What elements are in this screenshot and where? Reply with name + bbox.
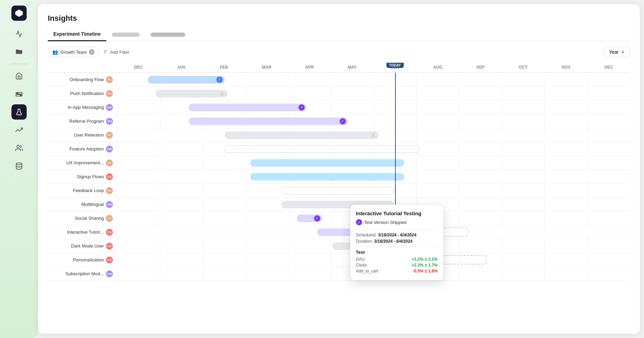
- month-aug: AUG: [417, 63, 459, 72]
- month-sep: SEP: [459, 63, 502, 72]
- tab-pill-1[interactable]: [106, 30, 145, 41]
- today-line: [395, 114, 396, 128]
- sidebar: [0, 0, 38, 338]
- row-label-text: Onboarding Flow: [70, 77, 104, 82]
- row-label: Onboarding FlowTC: [48, 76, 117, 83]
- row-label: Signup FlowsCS: [48, 173, 117, 180]
- row-label: UX Improvement...TC: [48, 159, 117, 166]
- row-label: Interactive Tutori...CS: [48, 229, 117, 236]
- avatar-badge: CS: [106, 257, 113, 263]
- metric-value: +2.3% ± 1.7%: [412, 263, 438, 268]
- tooltip-scheduled: Scheduled:3/18/2024 - 6/4/2024: [356, 233, 438, 237]
- timeline-row: Feature AdoptionVM: [48, 142, 630, 156]
- tooltip-metrics-title: Test: [356, 250, 438, 255]
- year-label: Year: [609, 49, 619, 55]
- gantt-row-area: [117, 156, 630, 170]
- timeline-row: Onboarding FlowTC✓: [48, 73, 630, 87]
- row-label: Feature AdoptionVM: [48, 146, 117, 153]
- gantt-bar: ✓: [148, 76, 225, 84]
- gantt-row-area: ✓: [117, 114, 630, 128]
- sidebar-icon-database[interactable]: [11, 158, 27, 174]
- sidebar-icon-toggle[interactable]: [11, 86, 27, 102]
- gantt-bar: ⚠: [155, 90, 227, 97]
- gantt-bar: [225, 145, 420, 153]
- row-label-text: Referral Program: [69, 119, 104, 124]
- year-dropdown[interactable]: Year: [604, 47, 630, 57]
- svg-point-4: [20, 95, 21, 96]
- avatar-badge: VM: [106, 270, 113, 277]
- avatar-badge: VM: [106, 201, 113, 208]
- bar-icon-check-purple: ✓: [314, 215, 320, 222]
- timeline-row: Subscription Mod...VM✓: [48, 267, 630, 281]
- tooltip-status-text: Test Version Shipped: [364, 220, 406, 225]
- svg-marker-0: [15, 9, 23, 17]
- tooltip-title: Interactive Tutorial Testing: [356, 210, 438, 216]
- tab-experiment-timeline[interactable]: Experiment Timeline: [48, 28, 106, 41]
- gantt-bar: ✓: [189, 104, 307, 111]
- timeline-row: UX Improvement...TC: [48, 156, 630, 170]
- sidebar-icon-users[interactable]: [11, 140, 27, 156]
- filter-chip-growth-team[interactable]: 👥 Growth Team ✕: [48, 47, 99, 57]
- avatar-badge: CS: [106, 229, 113, 236]
- today-line: [395, 156, 396, 170]
- month-header: DEC JAN FEB MAR APR MAY JUN TODAY AUG SE…: [48, 63, 630, 73]
- timeline-row: Signup FlowsCS: [48, 170, 630, 184]
- row-label: Dark Mode UserCS: [48, 243, 117, 250]
- metric-value: -0.5% ± 1.8%: [413, 269, 438, 274]
- bar-icon-warn: ⚠: [370, 132, 377, 138]
- today-line: [395, 142, 396, 156]
- tab-pill-2[interactable]: [145, 30, 191, 41]
- filter-label: Growth Team: [60, 50, 87, 55]
- add-filter-button[interactable]: Add Filter: [103, 50, 129, 55]
- month-oct: OCT: [502, 63, 545, 72]
- month-dec-2: DEC: [588, 63, 630, 72]
- experiment-tooltip: Interactive Tutorial Testing ✓ Test Vers…: [350, 205, 444, 280]
- sidebar-icon-flask[interactable]: [11, 104, 27, 120]
- gantt-bar: [281, 187, 394, 194]
- sidebar-icon-chart[interactable]: [11, 26, 27, 42]
- sidebar-icon-folder[interactable]: [11, 44, 27, 60]
- gantt-row-area: ⚠: [117, 87, 630, 100]
- timeline-row: Dark Mode UserCS⚠: [48, 239, 630, 253]
- metric-row: Clicks +2.3% ± 1.7%: [356, 263, 438, 268]
- sidebar-icon-trend[interactable]: [11, 122, 27, 138]
- bar-icon-check-blue: ✓: [216, 77, 223, 83]
- filter-icon: 👥: [52, 49, 58, 55]
- gantt-bar: ⚠: [225, 131, 379, 139]
- timeline-row: Interactive Tutori...CS✓: [48, 225, 630, 239]
- tooltip-status-icon: ✓: [356, 219, 362, 225]
- timeline-container: DEC JAN FEB MAR APR MAY JUN TODAY AUG SE…: [48, 63, 630, 334]
- row-label: Social SharingTC: [48, 215, 117, 222]
- sidebar-icon-home[interactable]: [11, 68, 27, 84]
- tooltip-dates: Scheduled:3/18/2024 - 6/4/2024 Duration:…: [356, 229, 438, 244]
- gantt-row-area: ✓: [117, 73, 630, 86]
- row-label: Subscription Mod...VM: [48, 270, 117, 277]
- gantt-bar: [250, 159, 404, 167]
- row-label: Referral ProgramVM: [48, 118, 117, 125]
- timeline-row: PersonalizationCS: [48, 253, 630, 267]
- row-label: Push NotificationTC: [48, 90, 117, 97]
- filter-remove-button[interactable]: ✕: [89, 49, 95, 55]
- filters-row: 👥 Growth Team ✕ Add Filter Year: [48, 47, 630, 57]
- gantt-row-area: [117, 184, 630, 197]
- row-label-text: Social Sharing: [75, 216, 104, 221]
- avatar-badge: VM: [106, 118, 113, 125]
- avatar-badge: CS: [106, 173, 113, 180]
- metric-name: Clicks: [356, 263, 412, 268]
- timeline-row: In-App MessagingVM✓: [48, 101, 630, 114]
- row-label-text: User Retention: [74, 132, 104, 138]
- row-label-text: Dark Mode User: [71, 243, 104, 249]
- row-label-text: Multilingual: [81, 202, 104, 207]
- svg-point-5: [17, 145, 19, 148]
- row-label-text: Feedback Loop: [73, 188, 104, 193]
- today-line: [395, 184, 396, 197]
- row-label: User RetentionTC: [48, 132, 117, 139]
- metric-value: +3.2% ± 2.1%: [412, 257, 438, 262]
- avatar-badge: VM: [106, 146, 113, 153]
- avatar-badge: TC: [106, 215, 113, 222]
- row-label-text: UX Improvement...: [66, 160, 104, 165]
- add-filter-label: Add Filter: [110, 50, 129, 55]
- gantt-bar: ✓: [297, 215, 322, 222]
- gantt-bar: ✓: [189, 118, 348, 125]
- gantt-row-area: [117, 142, 630, 156]
